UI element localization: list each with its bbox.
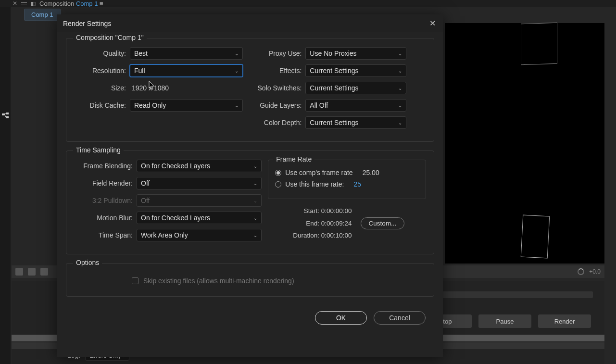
size-value: 1920 x 1080 <box>130 84 169 92</box>
render-settings-dialog: Render Settings ✕ Composition "Comp 1" Q… <box>57 14 443 357</box>
time-sampling-group: Time Sampling Frame Blending: On for Che… <box>66 151 434 254</box>
frame-rate-legend: Frame Rate <box>273 155 314 163</box>
radio-comp-label[interactable]: Use comp's frame rate <box>285 169 352 176</box>
motion-blur-label: Motion Blur: <box>74 214 137 222</box>
dialog-titlebar[interactable]: Render Settings ✕ <box>57 14 443 32</box>
comp-frame-rate-value: 25.00 <box>363 169 379 176</box>
render-button[interactable]: Render <box>538 314 591 328</box>
frame-blending-select[interactable]: On for Checked Layers⌄ <box>137 160 262 172</box>
frame-rate-group: Frame Rate Use comp's frame rate 25.00 U… <box>268 160 426 199</box>
time-info-text: Start: 0:00:00:00 End: 0:00:09:24 Durati… <box>293 205 352 242</box>
cancel-button[interactable]: Cancel <box>374 311 426 325</box>
left-panel-icon[interactable] <box>1 112 9 119</box>
svg-rect-0 <box>2 113 5 115</box>
depth-select[interactable]: Current Settings⌄ <box>305 116 406 129</box>
tab-comp-1[interactable]: Comp 1 <box>24 9 61 21</box>
skip-files-checkbox <box>132 277 138 284</box>
solo-label: Solo Switches: <box>243 84 305 92</box>
time-span-label: Time Span: <box>74 231 137 239</box>
solo-select[interactable]: Current Settings⌄ <box>305 82 406 94</box>
field-render-select[interactable]: Off⌄ <box>137 177 262 189</box>
close-icon[interactable]: ✕ <box>427 19 437 28</box>
toolbar-icon-2[interactable] <box>28 268 36 276</box>
svg-rect-2 <box>6 116 9 118</box>
resolution-label: Resolution: <box>74 67 130 75</box>
panel-title: Composition Comp 1 ≡ <box>39 0 103 7</box>
field-render-label: Field Render: <box>74 179 137 187</box>
proxy-label: Proxy Use: <box>243 50 305 57</box>
skip-files-label: Skip existing files (allows multi-machin… <box>143 277 294 285</box>
viewer-layer-outline-2[interactable] <box>521 215 550 259</box>
custom-button[interactable]: Custom... <box>361 217 405 229</box>
disk-cache-select[interactable]: Read Only⌄ <box>130 99 243 112</box>
composition-group: Composition "Comp 1" Quality: Best⌄ Prox… <box>66 38 434 142</box>
panel-tab-bar: ✕ ◧ Composition Comp 1 ≡ <box>13 0 103 7</box>
pulldown-select: Off⌄ <box>137 194 262 207</box>
progress-strip <box>439 291 593 298</box>
effects-select[interactable]: Current Settings⌄ <box>305 64 406 77</box>
pin-icon[interactable]: ◧ <box>31 0 36 7</box>
options-group: Options Skip existing files (allows mult… <box>66 263 434 297</box>
dialog-title: Render Settings <box>63 20 111 27</box>
frame-blending-label: Frame Blending: <box>74 162 137 170</box>
quality-label: Quality: <box>74 50 130 57</box>
guide-select[interactable]: All Off⌄ <box>305 99 406 112</box>
size-label: Size: <box>74 84 130 92</box>
quality-select[interactable]: Best⌄ <box>130 47 243 60</box>
svg-rect-1 <box>6 113 9 114</box>
zoom-text[interactable]: +0.0 <box>589 268 601 275</box>
toolbar-icon-3[interactable] <box>40 268 48 276</box>
motion-blur-select[interactable]: On for Checked Layers⌄ <box>137 212 262 224</box>
proxy-select[interactable]: Use No Proxies⌄ <box>305 47 406 60</box>
this-frame-rate-value[interactable]: 25 <box>353 180 361 188</box>
depth-label: Color Depth: <box>243 119 305 126</box>
composition-legend: Composition "Comp 1" <box>73 34 147 41</box>
spinner-icon <box>578 268 584 275</box>
effects-label: Effects: <box>243 67 305 75</box>
ok-button[interactable]: OK <box>315 311 367 325</box>
time-span-select[interactable]: Work Area Only⌄ <box>137 229 262 241</box>
left-panel <box>0 7 11 364</box>
radio-comp-frame-rate[interactable] <box>275 170 281 176</box>
close-icon[interactable]: ✕ <box>13 1 17 6</box>
options-legend: Options <box>73 259 102 266</box>
radio-this-label[interactable]: Use this frame rate: <box>285 180 344 188</box>
resolution-select[interactable]: Full⌄ <box>130 64 243 77</box>
radio-this-frame-rate[interactable] <box>275 181 281 188</box>
disk-cache-label: Disk Cache: <box>74 101 130 109</box>
viewer-layer-outline-1[interactable] <box>521 23 557 65</box>
time-sampling-legend: Time Sampling <box>73 146 124 154</box>
composition-tabs: Comp 1 <box>24 9 61 21</box>
toolbar-icon-1[interactable] <box>15 268 23 276</box>
pause-button[interactable]: Pause <box>478 314 531 328</box>
menu-icon[interactable] <box>21 2 27 4</box>
guide-label: Guide Layers: <box>243 101 305 109</box>
pulldown-label: 3:2 Pulldown: <box>74 197 137 204</box>
